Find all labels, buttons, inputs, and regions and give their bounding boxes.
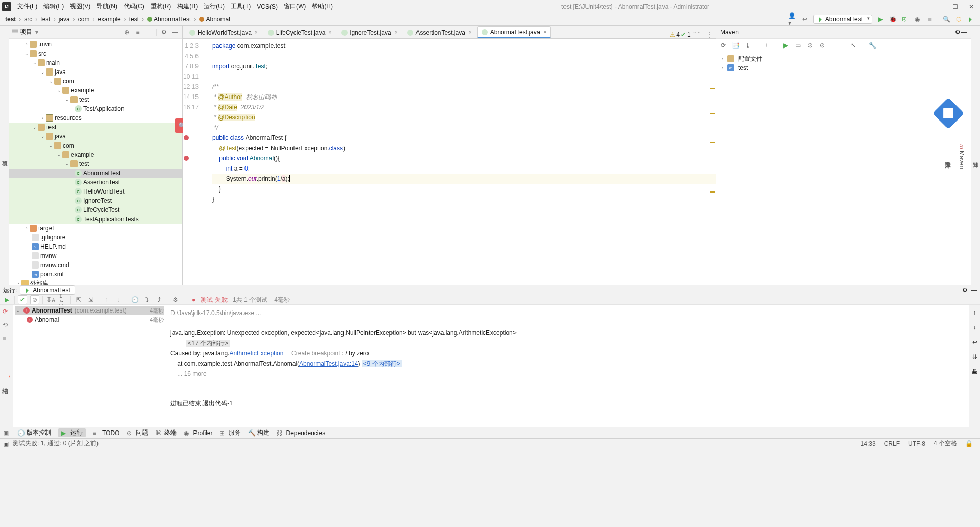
tree-node[interactable]: com: [63, 142, 75, 149]
tree-node[interactable]: IgnoreTest: [83, 197, 112, 204]
close-tab-icon[interactable]: ×: [255, 30, 258, 35]
import-tests-icon[interactable]: ⤵: [142, 295, 152, 304]
close-tab-icon[interactable]: ×: [543, 29, 546, 35]
scroll-bottom-icon[interactable]: ↓: [973, 323, 976, 332]
run-line-marker-icon[interactable]: [184, 135, 189, 140]
tree-node[interactable]: TestApplicationTests: [83, 215, 139, 223]
tool-problems[interactable]: ⊘问题: [127, 428, 148, 437]
error-stripe[interactable]: [709, 39, 716, 285]
sort-alpha-icon[interactable]: ↧ᴀ: [46, 295, 55, 304]
test-tree-item[interactable]: ! Abnomal 4毫秒: [15, 315, 164, 324]
tree-node[interactable]: HelloWorldTest: [83, 188, 124, 195]
editor-tab[interactable]: LifeCycleTest.java×: [263, 26, 336, 38]
editor-gutter[interactable]: 1 2 3 4 5 6 7 8 9 10 11 12 13 14 15 16 1…: [183, 39, 206, 285]
rerun-failed-icon[interactable]: ⟳: [3, 308, 11, 316]
breadcrumb[interactable]: src: [22, 16, 34, 23]
tree-node[interactable]: TestApplication: [83, 105, 125, 112]
menu-window[interactable]: 窗口(W): [281, 2, 309, 11]
tree-node[interactable]: mvnw: [40, 252, 56, 259]
collapse-all-icon[interactable]: ≣: [145, 28, 153, 36]
next-failed-icon[interactable]: ↓: [114, 295, 124, 304]
breadcrumb[interactable]: test: [3, 16, 18, 23]
maven-node[interactable]: test: [738, 64, 748, 71]
status-line-sep[interactable]: CRLF: [880, 440, 904, 447]
editor-tab[interactable]: HelloWorldTest.java×: [185, 26, 262, 38]
tree-node[interactable]: test: [46, 124, 56, 131]
left-stripe-structure[interactable]: 结构书签: [0, 352, 9, 414]
tree-node[interactable]: example: [71, 151, 94, 158]
expand-all-icon[interactable]: ⇱: [74, 295, 83, 304]
tree-node[interactable]: target: [38, 225, 54, 232]
status-tool-windows-icon[interactable]: ▣: [3, 440, 9, 447]
print-icon[interactable]: 🖶: [972, 367, 978, 377]
tool-window-quick-access-icon[interactable]: ▣: [3, 429, 10, 437]
toggle-skip-tests-icon[interactable]: ⊘: [818, 41, 826, 50]
prev-failed-icon[interactable]: ↑: [102, 295, 111, 304]
tool-vcs[interactable]: 🕘版本控制: [17, 428, 51, 437]
add-project-icon[interactable]: ＋: [763, 41, 771, 50]
search-icon[interactable]: 🔍: [942, 15, 951, 24]
execute-goal-icon[interactable]: ▭: [794, 41, 802, 50]
toggle-auto-test-icon[interactable]: ⟲: [3, 321, 11, 329]
soft-wrap-icon[interactable]: ↩: [972, 338, 977, 347]
window-minimize-button[interactable]: —: [935, 3, 942, 10]
panel-settings-icon[interactable]: ⚙: [160, 28, 168, 36]
test-tree-root[interactable]: ⌄! AbnormalTest (com.example.test) 4毫秒: [15, 306, 164, 315]
panel-hide-icon[interactable]: —: [961, 29, 967, 36]
tree-node[interactable]: example: [71, 87, 94, 94]
back-icon[interactable]: ↩: [800, 15, 810, 24]
test-settings-icon[interactable]: ⚙: [170, 295, 180, 304]
tree-node[interactable]: main: [46, 59, 60, 66]
stop-icon[interactable]: ■: [3, 334, 11, 343]
tabs-more-icon[interactable]: ⋮: [703, 31, 716, 38]
tree-node[interactable]: .gitignore: [40, 234, 65, 241]
sort-time-icon[interactable]: ↧⏱: [58, 295, 67, 304]
maven-tree[interactable]: ›配置文件 ›test: [716, 52, 971, 75]
settings-icon[interactable]: ⏵: [966, 15, 975, 24]
menu-build[interactable]: 构建(B): [174, 2, 201, 11]
tree-node[interactable]: com: [63, 78, 75, 85]
tree-node[interactable]: src: [38, 50, 46, 57]
menu-edit[interactable]: 编辑(E): [40, 2, 67, 11]
profile-button-icon[interactable]: ◉: [913, 15, 922, 24]
show-ignored-icon[interactable]: ⊘: [30, 295, 39, 304]
menu-vcs[interactable]: VCS(S): [254, 3, 281, 10]
user-icon[interactable]: 👤▾: [788, 15, 797, 24]
tool-todo[interactable]: ≡TODO: [93, 429, 119, 437]
stop-button-icon[interactable]: ■: [925, 15, 934, 24]
rerun-icon[interactable]: ▶: [2, 295, 11, 304]
run-config-selector[interactable]: ⏵ AbnormalTest: [813, 15, 872, 24]
tree-node[interactable]: 外部库: [30, 279, 48, 285]
editor-tab[interactable]: AssertionTest.java×: [403, 26, 476, 38]
tree-node[interactable]: HELP.md: [40, 243, 66, 250]
right-tool-stripe[interactable]: 通知 m Maven 数据库: [971, 26, 980, 285]
breadcrumb-class[interactable]: AbnormalTest: [145, 16, 193, 23]
breadcrumb[interactable]: example: [95, 16, 122, 23]
panel-settings-icon[interactable]: ⚙: [955, 29, 961, 36]
tree-node[interactable]: test: [79, 160, 89, 167]
status-indent[interactable]: 4 个空格: [929, 439, 961, 448]
breadcrumb[interactable]: com: [76, 16, 92, 23]
coverage-button-icon[interactable]: ⛨: [900, 15, 910, 24]
menu-help[interactable]: 帮助(H): [309, 2, 336, 11]
editor-tab-active[interactable]: AbnormalTest.java×: [477, 26, 551, 38]
scroll-top-icon[interactable]: ↑: [973, 308, 976, 318]
inspection-indicator[interactable]: ⚠4 ✔1 ˆ ˅: [667, 31, 703, 38]
tree-node[interactable]: resources: [55, 114, 82, 122]
tree-node[interactable]: java: [55, 68, 66, 76]
tree-node-selected[interactable]: AbnormalTest: [83, 170, 120, 177]
breadcrumb-method[interactable]: Abnomal: [197, 16, 232, 23]
history-icon[interactable]: 🕘: [130, 295, 139, 304]
close-tab-icon[interactable]: ×: [328, 30, 331, 35]
tree-node[interactable]: mvnw.cmd: [40, 261, 69, 269]
panel-hide-icon[interactable]: —: [171, 28, 179, 36]
tree-node[interactable]: LifeCycleTest: [83, 206, 119, 213]
menu-navigate[interactable]: 导航(N): [93, 2, 120, 11]
export-tests-icon[interactable]: ⤴: [155, 295, 164, 304]
panel-settings-icon[interactable]: ⚙: [962, 286, 968, 294]
run-maven-icon[interactable]: ▶: [781, 41, 790, 50]
tree-node[interactable]: java: [55, 133, 66, 140]
tree-node[interactable]: .mvn: [38, 41, 52, 48]
toolbox-logo-icon[interactable]: [933, 98, 964, 129]
test-tree[interactable]: ⌄! AbnormalTest (com.example.test) 4毫秒 !…: [13, 305, 166, 431]
